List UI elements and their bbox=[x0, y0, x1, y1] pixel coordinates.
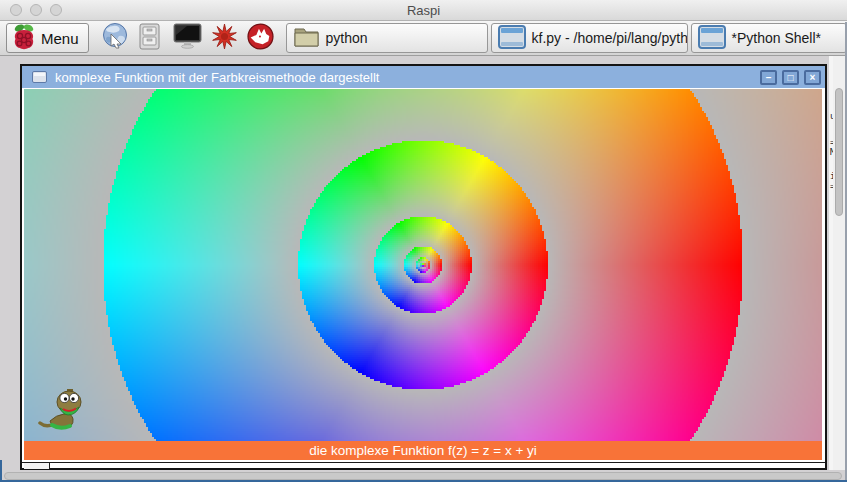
canvas-area: die komplexe Funktion f(z) = z = x + yi bbox=[22, 88, 825, 468]
taskbar-task-python-shell[interactable]: *Python Shell* bbox=[691, 23, 847, 53]
turtle-graphics-window: komplexe Funktion mit der Farbkreismetho… bbox=[20, 64, 827, 470]
globe-browser-icon bbox=[101, 22, 129, 54]
raspberry-pi-icon bbox=[12, 23, 36, 53]
host-horizontal-scrollbar-thumb[interactable] bbox=[4, 472, 842, 480]
macos-window-title: Raspi bbox=[0, 3, 847, 18]
maximize-button[interactable]: □ bbox=[782, 70, 799, 85]
window-icon bbox=[498, 25, 526, 52]
window-title: komplexe Funktion mit der Farbkreismetho… bbox=[55, 70, 755, 85]
minimize-button[interactable]: – bbox=[760, 70, 777, 85]
minimize-traffic-light[interactable] bbox=[30, 4, 42, 16]
folder-icon bbox=[293, 25, 320, 51]
window-icon bbox=[698, 25, 726, 52]
canvas-horizontal-scrollbar[interactable] bbox=[22, 462, 825, 468]
window-titlebar[interactable]: komplexe Funktion mit der Farbkreismetho… bbox=[22, 66, 825, 88]
macos-titlebar[interactable]: Raspi bbox=[0, 0, 847, 21]
host-vertical-scrollbar-thumb[interactable] bbox=[835, 88, 843, 216]
mathematica-launcher[interactable] bbox=[211, 23, 238, 54]
zoom-traffic-light[interactable] bbox=[50, 4, 62, 16]
spikey-star-icon bbox=[211, 23, 238, 54]
monitor-icon bbox=[173, 23, 202, 53]
terminal-launcher[interactable] bbox=[173, 23, 202, 53]
wolf-badge-icon bbox=[247, 23, 274, 54]
scrollbar-stub-box[interactable] bbox=[24, 463, 50, 469]
color-wheel-canvas bbox=[24, 89, 822, 441]
close-traffic-light[interactable] bbox=[10, 4, 22, 16]
screen: Raspi Menu bbox=[0, 0, 847, 484]
banner-text: die komplexe Funktion f(z) = z = x + yi bbox=[309, 443, 537, 458]
task-label: kf.py - /home/pi/lang/pytho... bbox=[532, 30, 688, 46]
menu-button[interactable]: Menu bbox=[6, 23, 89, 53]
menu-button-label: Menu bbox=[41, 30, 79, 47]
file-cabinet-icon bbox=[138, 23, 161, 54]
wolfram-launcher[interactable] bbox=[247, 23, 274, 54]
web-browser-launcher[interactable] bbox=[101, 22, 129, 54]
taskbar-task-python[interactable]: python bbox=[286, 23, 488, 53]
task-label: *Python Shell* bbox=[732, 30, 822, 46]
host-window-left-border bbox=[0, 460, 2, 482]
close-button[interactable]: × bbox=[804, 70, 821, 85]
taskbar: Menu bbox=[0, 21, 847, 56]
banner: die komplexe Funktion f(z) = z = x + yi bbox=[24, 441, 822, 460]
taskbar-task-kf-py[interactable]: kf.py - /home/pi/lang/pytho... bbox=[491, 23, 688, 53]
task-label: python bbox=[326, 30, 368, 46]
file-manager-launcher[interactable] bbox=[138, 23, 161, 54]
window-glyph-icon bbox=[32, 71, 47, 83]
turtle-snake-sprite bbox=[38, 387, 90, 433]
